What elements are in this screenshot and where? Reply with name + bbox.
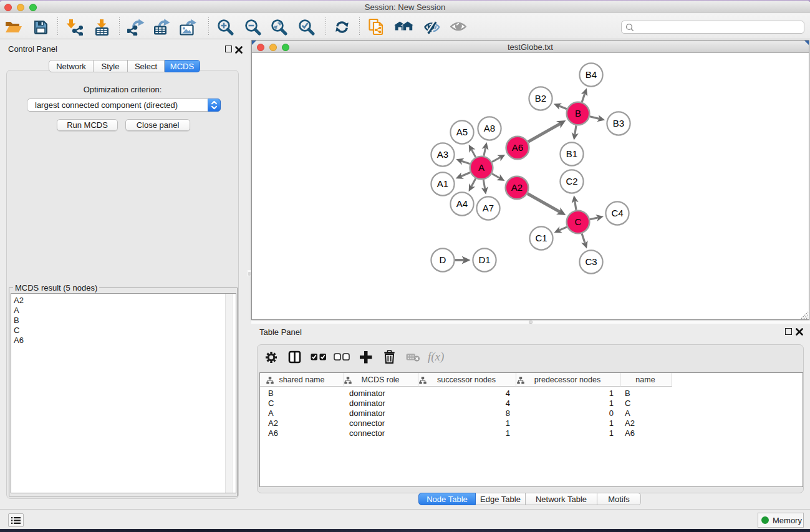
svg-text:B3: B3 bbox=[613, 118, 624, 128]
svg-text:B4: B4 bbox=[586, 69, 597, 80]
svg-text:C3: C3 bbox=[585, 256, 597, 267]
svg-text:A1: A1 bbox=[437, 178, 448, 189]
svg-text:A: A bbox=[478, 162, 485, 173]
svg-text:A8: A8 bbox=[484, 123, 495, 133]
svg-text:A5: A5 bbox=[456, 127, 468, 137]
svg-text:A4: A4 bbox=[456, 198, 468, 209]
svg-text:D: D bbox=[440, 254, 446, 265]
svg-text:B: B bbox=[575, 108, 581, 118]
svg-text:A7: A7 bbox=[483, 203, 494, 213]
svg-text:D1: D1 bbox=[478, 254, 490, 265]
svg-text:C: C bbox=[575, 216, 582, 227]
svg-text:B1: B1 bbox=[566, 148, 577, 159]
svg-text:C4: C4 bbox=[611, 208, 623, 218]
svg-text:A6: A6 bbox=[512, 142, 523, 153]
svg-text:C2: C2 bbox=[566, 176, 577, 186]
svg-text:B2: B2 bbox=[535, 93, 546, 104]
svg-text:A2: A2 bbox=[511, 182, 523, 193]
svg-text:C1: C1 bbox=[535, 233, 547, 243]
svg-text:A3: A3 bbox=[437, 149, 448, 160]
svg-text:f(x): f(x) bbox=[428, 351, 444, 364]
